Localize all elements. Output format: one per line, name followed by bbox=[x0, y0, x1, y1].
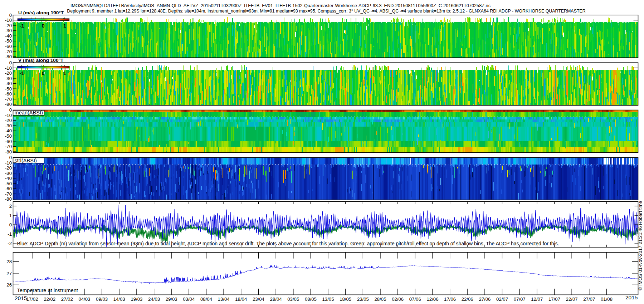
svg-text:02/06: 02/06 bbox=[392, 296, 404, 302]
svg-text:07/07: 07/07 bbox=[514, 296, 526, 302]
svg-text:17/06: 17/06 bbox=[444, 296, 456, 302]
svg-text:01/08: 01/08 bbox=[601, 296, 613, 302]
svg-text:-50: -50 bbox=[5, 181, 12, 186]
svg-text:-30: -30 bbox=[5, 76, 12, 81]
svg-text:0: 0 bbox=[9, 155, 12, 160]
svg-text:02/07: 02/07 bbox=[496, 296, 508, 302]
svg-text:22/02: 22/02 bbox=[44, 296, 55, 302]
svg-text:-20: -20 bbox=[5, 23, 12, 28]
svg-text:27/02: 27/02 bbox=[61, 296, 73, 302]
svg-text:-80: -80 bbox=[5, 102, 12, 107]
svg-text:-1: -1 bbox=[8, 231, 12, 237]
svg-text:-60: -60 bbox=[5, 186, 12, 191]
svg-text:0: 0 bbox=[9, 13, 12, 18]
svg-text:Blue: ADCP Depth (m) variation: Blue: ADCP Depth (m) variation from sens… bbox=[17, 241, 559, 246]
svg-text:-10: -10 bbox=[5, 113, 12, 118]
svg-text:-20: -20 bbox=[5, 70, 12, 76]
svg-text:29/03: 29/03 bbox=[166, 296, 177, 302]
svg-text:-60: -60 bbox=[5, 91, 12, 97]
svg-text:17/07: 17/07 bbox=[548, 296, 560, 302]
svg-text:-10: -10 bbox=[5, 65, 12, 71]
svg-text:28/05: 28/05 bbox=[374, 296, 386, 302]
svg-text:Deployment 9, member 1 lat=12.: Deployment 9, member 1 lat=12.29S lon=12… bbox=[67, 9, 585, 14]
svg-text:13/05: 13/05 bbox=[322, 296, 334, 302]
svg-text:-30: -30 bbox=[5, 123, 12, 128]
svg-text:-80: -80 bbox=[5, 149, 12, 155]
svg-text:-1: -1 bbox=[19, 23, 24, 29]
svg-text:27/07: 27/07 bbox=[583, 296, 595, 302]
svg-text:-70: -70 bbox=[5, 144, 12, 149]
svg-text:1: 1 bbox=[63, 70, 66, 76]
svg-text:-50: -50 bbox=[5, 133, 12, 139]
svg-text:18/05: 18/05 bbox=[340, 296, 351, 302]
svg-text:03/05: 03/05 bbox=[287, 296, 299, 302]
svg-text:12/07: 12/07 bbox=[531, 296, 543, 302]
svg-text:2: 2 bbox=[9, 204, 12, 209]
svg-text:-50: -50 bbox=[5, 38, 12, 44]
svg-text:-70: -70 bbox=[5, 97, 12, 102]
svg-text:-20: -20 bbox=[5, 118, 12, 123]
svg-text:-10: -10 bbox=[5, 18, 12, 23]
svg-text:03/04: 03/04 bbox=[183, 296, 195, 302]
svg-text:2015: 2015 bbox=[15, 295, 27, 301]
svg-text:-40: -40 bbox=[5, 128, 12, 133]
svg-text:-1: -1 bbox=[19, 70, 24, 76]
svg-text:-2: -2 bbox=[8, 241, 12, 246]
svg-text:IMOS/ANMN/QLD/ITFFTB/Velocity/: IMOS/ANMN/QLD/ITFFTB/Velocity/IMOS_ANMN-… bbox=[70, 3, 491, 8]
svg-text:18/04: 18/04 bbox=[235, 296, 247, 302]
svg-text:U (m/s) along 190°T: U (m/s) along 190°T bbox=[18, 10, 64, 15]
svg-text:14/03: 14/03 bbox=[113, 296, 125, 302]
svg-text:27/06: 27/06 bbox=[479, 296, 491, 302]
svg-text:08/05: 08/05 bbox=[305, 296, 317, 302]
svg-text:28: 28 bbox=[6, 259, 12, 264]
svg-text:23/05: 23/05 bbox=[357, 296, 369, 302]
svg-text:1: 1 bbox=[9, 213, 12, 218]
svg-text:-80: -80 bbox=[5, 54, 12, 59]
svg-text:0: 0 bbox=[9, 60, 12, 65]
svg-text:19/03: 19/03 bbox=[131, 296, 142, 302]
svg-text:0: 0 bbox=[42, 70, 45, 76]
svg-text:26: 26 bbox=[6, 282, 12, 288]
svg-text:-30: -30 bbox=[5, 28, 12, 33]
svg-text:Temperature at instrument: Temperature at instrument bbox=[17, 288, 78, 293]
svg-text:-40: -40 bbox=[5, 33, 12, 39]
svg-text:© IMOS 01-Nov-2017 21:21:46 Ho: © IMOS 01-Nov-2017 21:21:46 Hobart time bbox=[638, 201, 643, 290]
svg-text:22/06: 22/06 bbox=[462, 296, 473, 302]
svg-text:08/04: 08/04 bbox=[200, 296, 212, 302]
svg-text:-60: -60 bbox=[5, 139, 12, 144]
svg-text:07/06: 07/06 bbox=[409, 296, 421, 302]
svg-text:-30: -30 bbox=[5, 171, 12, 176]
svg-text:2015: 2015 bbox=[625, 294, 638, 300]
svg-text:-60: -60 bbox=[5, 44, 12, 49]
svg-text:22/07: 22/07 bbox=[566, 296, 578, 302]
svg-text:mean(ABSI): mean(ABSI) bbox=[15, 110, 43, 116]
svg-text:-40: -40 bbox=[5, 176, 12, 181]
svg-text:-70: -70 bbox=[5, 49, 12, 54]
svg-text:std(ABSI): std(ABSI) bbox=[15, 158, 37, 163]
svg-text:0: 0 bbox=[9, 222, 12, 227]
svg-text:-20: -20 bbox=[5, 165, 12, 171]
svg-text:17/02: 17/02 bbox=[26, 296, 38, 302]
svg-text:09/03: 09/03 bbox=[96, 296, 108, 302]
svg-text:-80: -80 bbox=[5, 196, 12, 202]
svg-text:-10: -10 bbox=[5, 160, 12, 166]
svg-text:V (m/s) along 100°T: V (m/s) along 100°T bbox=[18, 58, 64, 63]
svg-text:-70: -70 bbox=[5, 191, 12, 197]
svg-text:-50: -50 bbox=[5, 86, 12, 92]
svg-text:13/04: 13/04 bbox=[218, 296, 230, 302]
svg-text:0: 0 bbox=[42, 23, 45, 29]
svg-text:28/04: 28/04 bbox=[270, 296, 282, 302]
svg-text:0: 0 bbox=[9, 107, 12, 113]
svg-text:-40: -40 bbox=[5, 81, 12, 86]
svg-text:24/03: 24/03 bbox=[148, 296, 160, 302]
svg-text:04/03: 04/03 bbox=[78, 296, 90, 302]
svg-text:27: 27 bbox=[6, 271, 12, 276]
svg-text:23/04: 23/04 bbox=[253, 296, 264, 302]
svg-text:12/06: 12/06 bbox=[426, 296, 438, 302]
svg-text:1: 1 bbox=[63, 23, 66, 29]
